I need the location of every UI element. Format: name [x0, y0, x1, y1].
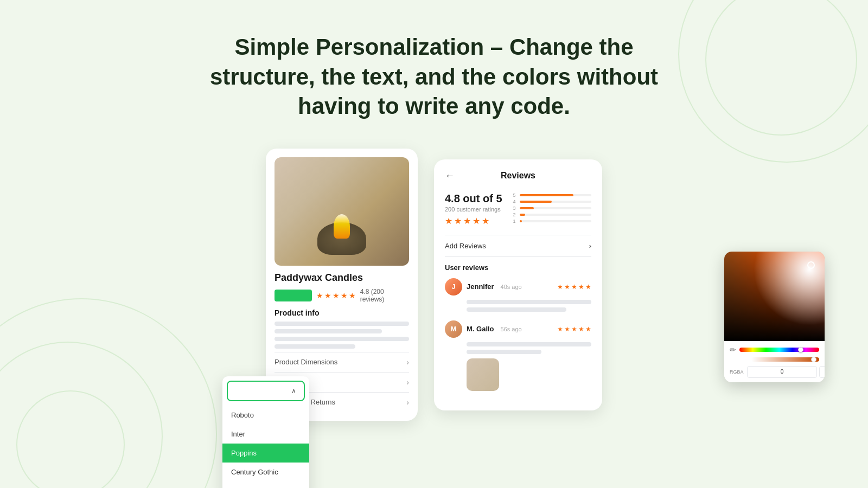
- green-progress-bar: [275, 290, 312, 301]
- rev-star-3: ★: [571, 283, 577, 291]
- font-dropdown[interactable]: ∧ Roboto Inter Poppins Century Gothic Lu…: [222, 376, 309, 488]
- bar-fill-1: [520, 220, 522, 222]
- big-star-1: ★: [445, 216, 452, 226]
- bar-track-2: [520, 214, 591, 216]
- accordion-dimensions[interactable]: Product Dimensions ›: [275, 352, 409, 372]
- rating-summary: 4.8 out of 5 200 customer ratings ★ ★ ★ …: [445, 192, 591, 226]
- product-stars: ★ ★ ★ ★ ★: [316, 291, 356, 300]
- font-option-roboto[interactable]: Roboto: [222, 406, 309, 425]
- customer-count: 200 customer ratings: [445, 206, 502, 213]
- reviewer-name-jennifer: Jennifer: [467, 282, 494, 291]
- chevron-right-icon: ›: [406, 358, 409, 367]
- star-2: ★: [324, 291, 331, 300]
- bar-row-1: 1: [513, 219, 591, 224]
- color-controls: ✏ RGBA: [724, 341, 825, 382]
- rgba-mode-label: RGBA: [730, 369, 745, 375]
- rgba-row: RGBA: [730, 366, 819, 378]
- reviewer-row-jennifer: J Jennifer 40s ago ★ ★ ★ ★ ★: [445, 278, 591, 296]
- skeleton-line-3: [275, 337, 409, 341]
- big-star-2: ★: [454, 216, 462, 226]
- mgallo-skel-2: [467, 350, 541, 354]
- skeleton-line-2: [275, 329, 382, 333]
- bar-track-3: [520, 207, 591, 209]
- bar-label-5: 5: [513, 192, 518, 198]
- mgallo-star-5: ★: [585, 325, 591, 333]
- product-title: Paddywax Candles: [275, 272, 409, 284]
- font-option-lucida-sans[interactable]: Lucida Sans: [222, 481, 309, 488]
- bar-fill-5: [520, 194, 573, 196]
- bar-label-3: 3: [513, 206, 518, 211]
- page-header: Simple Personalization – Change the stru…: [0, 0, 868, 143]
- add-reviews-chevron: ›: [589, 242, 591, 250]
- star-1: ★: [316, 291, 323, 300]
- user-reviews-label: User reviews: [445, 264, 591, 272]
- review-time-jennifer: 40s ago: [501, 284, 522, 290]
- star-4: ★: [341, 291, 348, 300]
- main-content: Paddywax Candles ★ ★ ★ ★ ★ 4.8 (200 revi…: [0, 143, 868, 421]
- rgba-g-input[interactable]: [819, 366, 825, 378]
- color-gradient-canvas[interactable]: [724, 252, 825, 341]
- chevron-right-icon-2: ›: [406, 378, 409, 387]
- bar-row-2: 2: [513, 212, 591, 217]
- review-item-jennifer: J Jennifer 40s ago ★ ★ ★ ★ ★: [445, 278, 591, 312]
- avatar-mgallo: M: [445, 320, 462, 338]
- review-lines-jennifer: [467, 300, 591, 312]
- reviews-header: ← Reviews: [445, 170, 591, 182]
- bar-track-5: [520, 194, 591, 196]
- big-star-5: ★: [482, 216, 489, 226]
- review-thumbnail: [467, 358, 499, 391]
- product-rating-row: ★ ★ ★ ★ ★ 4.8 (200 reviews): [275, 288, 409, 303]
- hue-row: ✏: [730, 345, 819, 354]
- bar-row-3: 3: [513, 206, 591, 211]
- bar-track-4: [520, 201, 591, 203]
- back-arrow-icon[interactable]: ←: [445, 170, 455, 182]
- product-info-label: Product info: [275, 309, 409, 317]
- hue-thumb[interactable]: [798, 347, 803, 352]
- color-picker: ✏ RGBA: [724, 252, 825, 382]
- bar-label-4: 4: [513, 199, 518, 204]
- rating-left: 4.8 out of 5 200 customer ratings ★ ★ ★ …: [445, 192, 502, 226]
- chevron-right-icon-3: ›: [406, 398, 409, 407]
- rating-stars-big: ★ ★ ★ ★ ★: [445, 216, 502, 226]
- dropdown-trigger[interactable]: ∧: [227, 381, 305, 401]
- review-item-mgallo: M M. Gallo 56s ago ★ ★ ★ ★ ★: [445, 320, 591, 391]
- rating-bars: 5 4 3 2: [513, 192, 591, 226]
- font-option-inter[interactable]: Inter: [222, 425, 309, 444]
- bar-row-4: 4: [513, 199, 591, 204]
- bar-label-2: 2: [513, 212, 518, 217]
- review-skel-1: [467, 300, 591, 304]
- alpha-thumb[interactable]: [811, 357, 816, 362]
- rating-text: 4.8 (200 reviews): [360, 288, 409, 303]
- bar-label-1: 1: [513, 219, 518, 224]
- review-stars-jennifer: ★ ★ ★ ★ ★: [557, 283, 591, 291]
- alpha-slider[interactable]: [751, 357, 819, 362]
- review-time-mgallo: 56s ago: [501, 326, 522, 332]
- mgallo-star-3: ★: [571, 325, 577, 333]
- mgallo-skel-1: [467, 342, 591, 346]
- rev-star-4: ★: [578, 283, 584, 291]
- add-reviews-row[interactable]: Add Reviews ›: [445, 235, 591, 257]
- mgallo-star-2: ★: [564, 325, 570, 333]
- font-option-century-gothic[interactable]: Century Gothic: [222, 463, 309, 481]
- hue-slider[interactable]: [739, 348, 819, 352]
- bar-fill-4: [520, 201, 552, 203]
- rev-star-5: ★: [585, 283, 591, 291]
- bar-row-5: 5: [513, 192, 591, 198]
- chevron-up-icon: ∧: [291, 387, 296, 395]
- bar-fill-2: [520, 214, 526, 216]
- big-star-4: ★: [473, 216, 480, 226]
- accordion-label-dimensions: Product Dimensions: [275, 358, 337, 366]
- pencil-icon[interactable]: ✏: [730, 345, 736, 354]
- mgallo-star-1: ★: [557, 325, 563, 333]
- color-cursor[interactable]: [807, 261, 815, 269]
- reviewer-name-mgallo: M. Gallo: [467, 325, 494, 333]
- skeleton-line-1: [275, 322, 409, 326]
- product-image: [275, 157, 409, 266]
- big-star-3: ★: [463, 216, 471, 226]
- avatar-jennifer: J: [445, 278, 462, 296]
- product-card: Paddywax Candles ★ ★ ★ ★ ★ 4.8 (200 revi…: [266, 149, 418, 421]
- rev-star-2: ★: [564, 283, 570, 291]
- rgba-r-input[interactable]: [747, 366, 817, 378]
- mgallo-star-4: ★: [578, 325, 584, 333]
- font-option-poppins[interactable]: Poppins: [222, 444, 309, 463]
